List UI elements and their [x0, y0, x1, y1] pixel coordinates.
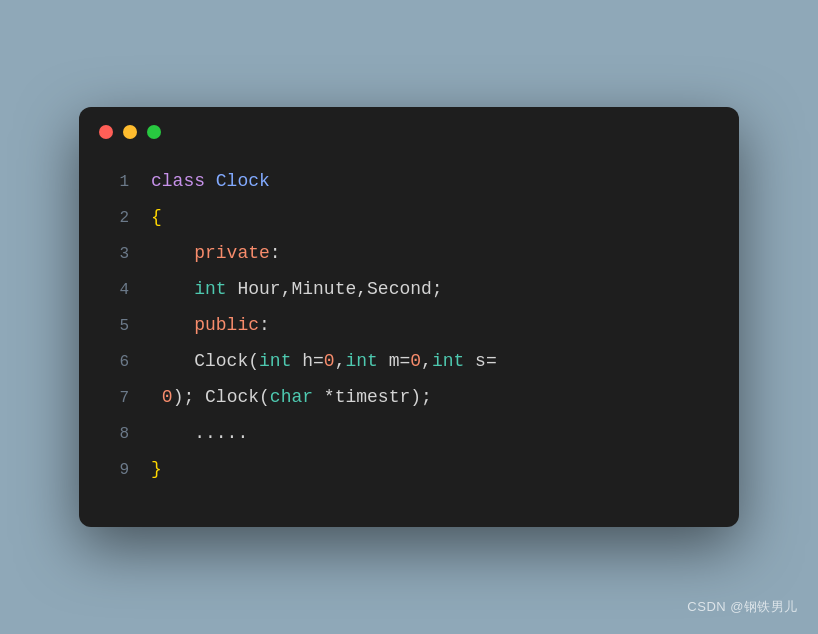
- code-token: [151, 315, 194, 335]
- code-token: [151, 279, 194, 299]
- line-content: Clock(int h=0,int m=0,int s=: [151, 343, 497, 379]
- line-number: 4: [99, 274, 129, 306]
- line-content: private:: [151, 235, 281, 271]
- line-content: class Clock: [151, 163, 270, 199]
- line-number: 9: [99, 454, 129, 486]
- line-number: 6: [99, 346, 129, 378]
- code-token: [151, 243, 194, 263]
- code-line: 5 public:: [99, 307, 719, 343]
- code-token: ,: [421, 351, 432, 371]
- code-token: h=: [291, 351, 323, 371]
- line-number: 1: [99, 166, 129, 198]
- code-token: {: [151, 207, 162, 227]
- code-token: s=: [464, 351, 496, 371]
- code-token: int: [432, 351, 464, 371]
- code-token: *timestr);: [313, 387, 432, 407]
- code-token: m=: [378, 351, 410, 371]
- line-number: 2: [99, 202, 129, 234]
- code-line: 6 Clock(int h=0,int m=0,int s=: [99, 343, 719, 379]
- code-line: 1class Clock: [99, 163, 719, 199]
- dot-yellow[interactable]: [123, 125, 137, 139]
- code-token: :: [259, 315, 270, 335]
- code-window: 1class Clock2{3 private:4 int Hour,Minut…: [79, 107, 739, 527]
- code-token: 0: [162, 387, 173, 407]
- code-token: .....: [151, 423, 248, 443]
- line-content: public:: [151, 307, 270, 343]
- line-number: 3: [99, 238, 129, 270]
- line-content: {: [151, 199, 162, 235]
- code-token: }: [151, 459, 162, 479]
- code-token: 0: [410, 351, 421, 371]
- code-area: 1class Clock2{3 private:4 int Hour,Minut…: [79, 153, 739, 497]
- dot-green[interactable]: [147, 125, 161, 139]
- code-token: :: [270, 243, 281, 263]
- titlebar: [79, 107, 739, 153]
- code-token: int: [194, 279, 226, 299]
- line-content: }: [151, 451, 162, 487]
- code-token: Clock(: [151, 351, 259, 371]
- code-token: ,: [335, 351, 346, 371]
- code-token: [151, 387, 162, 407]
- line-content: .....: [151, 415, 248, 451]
- code-line: 9}: [99, 451, 719, 487]
- line-content: int Hour,Minute,Second;: [151, 271, 443, 307]
- code-line: 4 int Hour,Minute,Second;: [99, 271, 719, 307]
- code-line: 7 0); Clock(char *timestr);: [99, 379, 719, 415]
- line-number: 5: [99, 310, 129, 342]
- code-token: private: [194, 243, 270, 263]
- code-token: Clock: [216, 171, 270, 191]
- code-line: 8 .....: [99, 415, 719, 451]
- code-token: int: [345, 351, 377, 371]
- code-line: 3 private:: [99, 235, 719, 271]
- code-token: char: [270, 387, 313, 407]
- line-number: 8: [99, 418, 129, 450]
- code-token: public: [194, 315, 259, 335]
- dot-red[interactable]: [99, 125, 113, 139]
- code-token: Hour,Minute,Second;: [227, 279, 443, 299]
- watermark: CSDN @钢铁男儿: [687, 598, 798, 616]
- code-token: 0: [324, 351, 335, 371]
- code-token: ); Clock(: [173, 387, 270, 407]
- line-content: 0); Clock(char *timestr);: [151, 379, 432, 415]
- code-token: int: [259, 351, 291, 371]
- code-token: class: [151, 171, 216, 191]
- line-number: 7: [99, 382, 129, 414]
- code-line: 2{: [99, 199, 719, 235]
